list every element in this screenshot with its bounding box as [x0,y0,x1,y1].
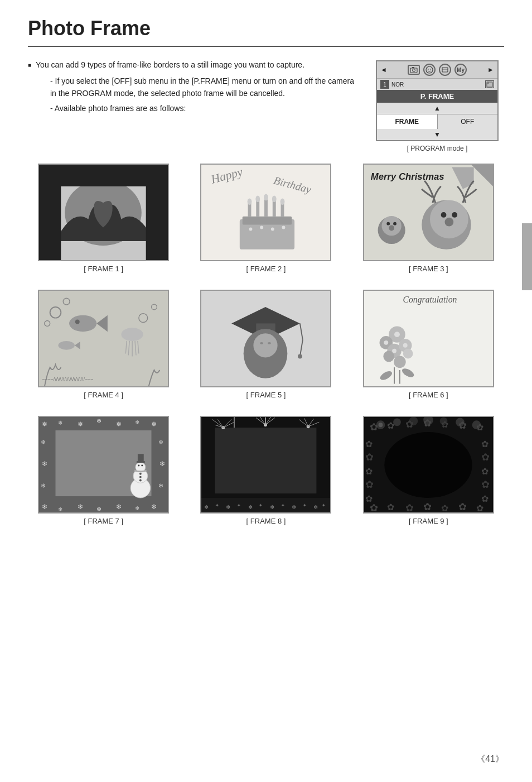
frame7-svg: ❄ ❄ ❄ ❄ ❄ ❄ ❄ ❄ ❄ ❄ ❄ ❄ ❄ ❄ ❄ [39,416,168,514]
frame-img-4: ~~~~/\/\/\/\/\/\/\/\/\/\/\/~~~ [38,290,169,387]
svg-text:Merry Christmas: Merry Christmas [371,171,444,182]
frame-item-9: ✿ ✿ ✿ ✿ ✿ ✿ ✿ ✿ ✿ ✿ ✿ ✿ ✿ ✿ ✿ [353,416,504,525]
svg-point-121 [139,473,142,475]
svg-text:✿: ✿ [365,452,374,463]
cam-options-row: FRAME OFF [377,114,497,129]
svg-point-41 [444,218,453,227]
svg-text:❄: ❄ [116,503,122,510]
frame-img-6: Congratulation [363,290,494,387]
svg-text:❄: ❄ [248,504,253,510]
svg-text:❄: ❄ [158,482,163,489]
svg-rect-12 [39,164,61,260]
svg-text:❄: ❄ [42,503,47,510]
svg-point-70 [298,354,302,359]
svg-point-29 [249,228,253,231]
cam-option-off: OFF [438,114,498,129]
svg-point-123 [139,479,142,482]
svg-text:❄: ❄ [152,420,157,428]
svg-text:✿: ✿ [458,420,467,431]
frame-img-8: ❄ ✦ ❄ ✦ ❄ ✦ ❄ ✦ ❄ ✦ ❄ ✦ [200,416,331,514]
svg-rect-147 [201,498,330,513]
svg-text:✿: ✿ [370,421,378,433]
cam-arrow-right-icon: ► [487,66,494,74]
svg-text:✦: ✦ [281,503,285,508]
frame1-svg [39,164,168,261]
cam-mode-icon-4: My [454,64,467,76]
svg-text:✿: ✿ [405,419,414,430]
svg-point-28 [280,198,285,205]
cam-icons: My [408,64,467,76]
frame-label-5: [ FRAME 5 ] [246,391,286,399]
svg-text:❄: ❄ [96,418,101,424]
frame-label-3: [ FRAME 3 ] [409,265,448,273]
frame-label-2: [ FRAME 2 ] [246,265,286,273]
svg-text:❄: ❄ [96,506,101,512]
frame2-svg: Happy Birthday [201,164,330,261]
svg-text:✿: ✿ [481,439,489,449]
svg-point-163 [378,423,383,427]
svg-text:Congratulation: Congratulation [403,295,457,305]
bullet-main: ■ You can add 9 types of frame-like bord… [28,60,359,69]
frame9-svg: ✿ ✿ ✿ ✿ ✿ ✿ ✿ ✿ ✿ ✿ ✿ ✿ ✿ ✿ ✿ [364,416,493,514]
svg-point-5 [430,69,431,70]
svg-point-72 [254,333,278,357]
svg-text:✿: ✿ [441,503,448,513]
svg-point-51 [69,315,96,332]
frame-label-1: [ FRAME 1 ] [84,265,123,273]
frame-label-9: [ FRAME 9 ] [409,517,448,525]
svg-point-73 [260,342,264,344]
bullet-section: ■ You can add 9 types of frame-like bord… [28,60,359,114]
frame-img-7: ❄ ❄ ❄ ❄ ❄ ❄ ❄ ❄ ❄ ❄ ❄ ❄ ❄ ❄ ❄ [38,416,169,514]
cam-sd-icon [485,80,494,88]
svg-point-32 [282,226,286,229]
cam-arrow-down: ▼ [377,129,497,140]
svg-point-54 [59,341,75,350]
svg-text:❄: ❄ [41,439,46,445]
svg-point-25 [256,196,260,203]
svg-point-26 [264,194,269,201]
cam-num: 1 [380,80,389,89]
svg-text:❄: ❄ [270,504,274,510]
frame5-svg [201,290,330,387]
svg-text:❄: ❄ [135,419,139,425]
cam-mode-icon-3 [439,64,451,76]
svg-line-127 [226,416,235,416]
frame-img-3: Merry Christmas [363,164,494,261]
svg-text:❄: ❄ [59,420,63,426]
svg-rect-6 [442,68,448,72]
frame-item-4: ~~~~/\/\/\/\/\/\/\/\/\/\/\/~~~ [ FRAME 4… [28,290,179,399]
camera-panel: ◄ [376,60,499,141]
frame-img-9: ✿ ✿ ✿ ✿ ✿ ✿ ✿ ✿ ✿ ✿ ✿ ✿ ✿ ✿ ✿ [363,416,494,514]
frame-item-5: [ FRAME 5 ] [190,290,341,399]
cam-status-row: 1 NOR [377,79,497,90]
svg-point-91 [403,343,408,348]
svg-text:❄: ❄ [135,505,139,511]
svg-text:❄: ❄ [78,503,83,510]
svg-text:❄: ❄ [152,503,157,510]
cam-top-bar: ◄ [377,61,497,79]
svg-text:✦: ✦ [215,503,219,508]
frame-item-8: ❄ ✦ ❄ ✦ ❄ ✦ ❄ ✦ ❄ ✦ ❄ ✦ [ FRAME 8 ] [190,416,341,525]
cam-nor: NOR [391,81,404,88]
svg-point-3 [426,66,433,73]
svg-point-120 [141,465,143,467]
svg-point-24 [248,198,252,205]
svg-text:✦: ✦ [322,503,326,508]
cam-mode-icon-2 [423,64,436,76]
svg-rect-47 [39,290,168,386]
svg-rect-18 [243,217,292,225]
cam-arrow-left-icon: ◄ [380,66,387,74]
camera-panel-col: ◄ [370,60,504,152]
bullet-icon: ■ [28,62,31,68]
svg-text:✿: ✿ [423,418,432,429]
svg-text:❄: ❄ [116,420,122,428]
svg-text:✦: ✦ [303,503,307,508]
svg-point-59 [122,328,143,341]
svg-rect-20 [257,200,260,216]
svg-text:✿: ✿ [476,503,483,513]
frame-item-7: ❄ ❄ ❄ ❄ ❄ ❄ ❄ ❄ ❄ ❄ ❄ ❄ ❄ ❄ ❄ [28,416,179,525]
svg-text:❄: ❄ [42,460,47,467]
svg-rect-2 [412,67,414,68]
svg-rect-125 [215,428,317,493]
cam-panel-label: [ PROGRAM mode ] [407,145,468,152]
